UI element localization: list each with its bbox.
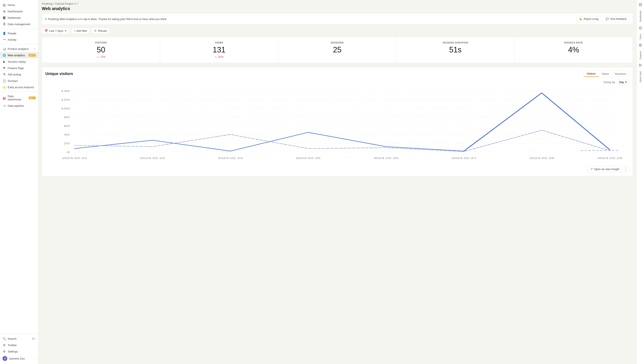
sidebar-item-people[interactable]: 👤 People [0, 30, 38, 37]
svg-text:2024-02-28: 2024-02-28 [529, 157, 554, 159]
open-insight-button[interactable]: ↗ Open as new Insight [588, 166, 622, 172]
sidebar-divider [0, 92, 38, 92]
chart-header: Unique visitors Visitors Views Sessions [45, 71, 629, 77]
sidebar-item-web-analytics[interactable]: 🌐 Web analytics BETA [0, 52, 38, 58]
breadcrumb-sep2: / [77, 2, 78, 5]
stat-session-duration: SESSION DURATION 51s [396, 37, 514, 63]
add-filter-label: + Add filter [74, 29, 87, 32]
trend-down-icon: ↘ [96, 55, 98, 58]
stat-views: VIEWS 131 ↘ -42% [160, 37, 278, 63]
reload-button[interactable]: ↻ Reload [92, 28, 110, 34]
right-sidebar-quickstart-icon[interactable] [638, 62, 643, 68]
sidebar-item-label: Data warehouse [8, 95, 27, 101]
sidebar-item-search[interactable]: 🔍 Search ⌘K [0, 335, 38, 342]
sidebar-item-surveys[interactable]: 📋 Surveys [0, 78, 38, 84]
chart-tab-views[interactable]: Views [599, 71, 612, 77]
info-banner: ℹ PostHog Web Analytics is in opt-in Bet… [42, 13, 633, 25]
reload-icon: ↻ [94, 29, 97, 32]
project-chevron-icon: ▼ [74, 3, 76, 5]
sidebar-item-early-access[interactable]: ⭐ Early access features [0, 84, 38, 90]
beta-badge-warehouse: BETA [29, 97, 36, 99]
sidebar-item-session-replay[interactable]: ▶ Session replay [0, 58, 38, 65]
calendar-icon: 📅 [44, 29, 48, 32]
svg-text:20: 20 [64, 142, 70, 145]
sidebar-item-home[interactable]: 🏠 Home [0, 2, 38, 8]
sidebar-item-data-management[interactable]: 🗄 Data management [0, 21, 38, 27]
stat-views-label: VIEWS [164, 41, 275, 44]
right-sidebar-support-icon[interactable] [638, 42, 643, 48]
sidebar-item-dashboards[interactable]: ⊞ Dashboards › [0, 8, 38, 15]
sidebar-item-notebooks[interactable]: 📓 Notebooks [0, 15, 38, 21]
chart-controls: Group by Day ▼ [45, 80, 629, 85]
sidebar-item-label: Dashboards [8, 10, 33, 13]
breadcrumb-app[interactable]: PostHog [42, 2, 52, 5]
data-pipeline-icon: ⇒ [2, 104, 6, 107]
toolbar-row: 📅 Last 7 days ▼ + Add filter ↻ Reload [42, 28, 633, 34]
chart-svg: 140 120 100 80 60 40 20 0 2024-02-22 202… [45, 87, 629, 163]
stat-visitors-label: VISITORS [45, 41, 156, 44]
give-feedback-button[interactable]: 💬 Give feedback [603, 16, 629, 22]
banner-text-area: ℹ PostHog Web Analytics is in opt-in Bet… [45, 17, 167, 21]
svg-text:2024-02-25: 2024-02-25 [296, 157, 320, 159]
stat-views-change: ↘ -42% [164, 55, 275, 58]
beta-badge: BETA [29, 54, 36, 57]
product-analytics-icon: 📊 [2, 47, 6, 51]
sidebar-item-settings[interactable]: ⚙ Settings [0, 348, 38, 355]
group-by-label: Group by [604, 81, 615, 84]
sidebar-item-data-pipeline[interactable]: ⇒ Data pipeline [0, 103, 38, 109]
sidebar-item-toolbar[interactable]: ⚙ Toolbar [0, 342, 38, 348]
chart-title: Unique visitors [45, 72, 73, 76]
report-bug-button[interactable]: 🐛 Report a bug [576, 16, 601, 22]
svg-text:80: 80 [64, 116, 70, 119]
sidebar-item-product-analytics[interactable]: 📊 Product analytics + [0, 46, 38, 52]
search-shortcut: ⌘K [32, 337, 36, 340]
date-range-chevron-icon: ▼ [65, 30, 67, 32]
trend-down-icon: ↘ [215, 55, 217, 58]
message-icon: 💬 [606, 18, 609, 21]
breadcrumb-sep1: / [53, 2, 54, 5]
stat-visitors-value: 50 [45, 46, 156, 54]
right-sidebar-docs[interactable]: Docs [638, 31, 643, 42]
right-sidebar-quickstart[interactable]: Quick start [638, 69, 643, 85]
right-tab-docs-label: Docs [639, 34, 642, 39]
sidebar-item-activity[interactable]: 〜 Activity [0, 37, 38, 43]
stat-bounce-rate: BOUNCE RATE 4% [514, 37, 633, 63]
content-area: ℹ PostHog Web Analytics is in opt-in Bet… [38, 13, 636, 364]
chart-section: Unique visitors Visitors Views Sessions … [42, 67, 633, 176]
chart-tab-visitors[interactable]: Visitors [584, 71, 598, 77]
right-tab-notebooks-label: Notebooks [639, 11, 642, 22]
surveys-icon: 📋 [2, 79, 6, 83]
right-sidebar-docs-icon[interactable]: ? [638, 25, 643, 31]
chart-footer: ↗ Open as new Insight ⋮ [45, 163, 629, 173]
svg-text:2024-02-27: 2024-02-27 [452, 157, 476, 159]
chart-container: 140 120 100 80 60 40 20 0 2024-02-22 202… [45, 87, 629, 163]
sidebar-item-data-warehouse[interactable]: 🏭 Data warehouse BETA [0, 93, 38, 103]
ab-testing-icon: ⚗ [2, 73, 6, 76]
stat-sessions-value: 25 [282, 46, 393, 54]
add-product-analytics-icon[interactable]: + [34, 47, 36, 51]
sidebar-divider [0, 29, 38, 29]
notebooks-icon: 📓 [2, 16, 6, 20]
svg-point-30 [639, 44, 642, 47]
add-filter-button[interactable]: + Add filter [71, 28, 90, 34]
stat-session-duration-label: SESSION DURATION [400, 41, 511, 44]
svg-text:40: 40 [64, 133, 70, 136]
user-menu[interactable]: JZ Jasmine Zou › [0, 355, 38, 362]
right-sidebar-notebooks-icon[interactable] [638, 2, 643, 8]
right-sidebar-notebooks[interactable]: Notebooks [638, 8, 643, 25]
sidebar-item-feature-flags[interactable]: ⚑ Feature flags [0, 65, 38, 71]
feature-flags-icon: ⚑ [2, 66, 6, 70]
more-options-button[interactable]: ⋮ [622, 165, 629, 173]
stat-bounce-rate-value: 4% [518, 46, 629, 54]
stat-visitors: VISITORS 50 ↘ -72% [42, 37, 160, 63]
sidebar-item-label: Data pipeline [8, 104, 36, 107]
group-by-button[interactable]: Day ▼ [617, 80, 629, 85]
dashboards-icon: ⊞ [2, 10, 6, 13]
sidebar-item-ab-testing[interactable]: ⚗ A/B testing [0, 71, 38, 78]
date-range-button[interactable]: 📅 Last 7 days ▼ [42, 28, 70, 34]
chart-tab-sessions[interactable]: Sessions [612, 71, 629, 77]
breadcrumb-project[interactable]: Tutorial Project ▼ [55, 2, 76, 5]
right-sidebar-support[interactable]: Support [638, 49, 643, 62]
avatar: JZ [2, 356, 7, 361]
sidebar-divider [0, 44, 38, 44]
